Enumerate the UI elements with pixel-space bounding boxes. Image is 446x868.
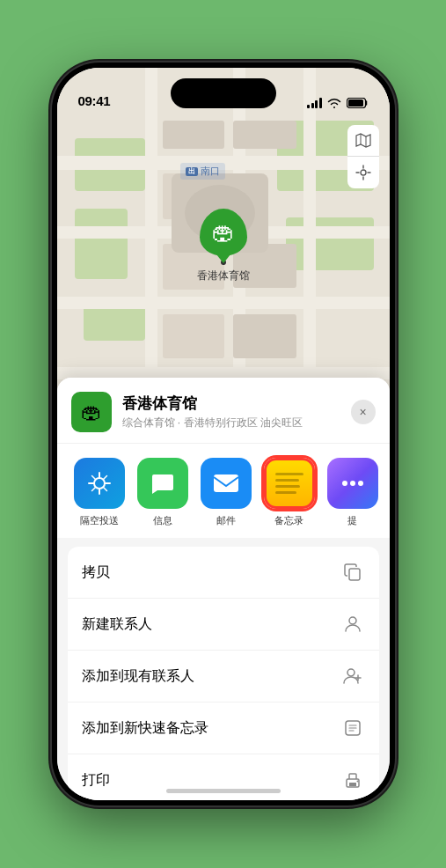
more-dots [342,481,363,486]
action-quick-note-label: 添加到新快速备忘录 [82,719,208,738]
person-icon [340,612,365,636]
venue-icon: 🏟 [71,392,112,432]
action-add-existing-contact[interactable]: 添加到现有联系人 [68,651,379,702]
notes-label: 备忘录 [274,514,303,527]
svg-point-28 [349,617,356,624]
location-button[interactable] [347,157,379,188]
venue-desc: 综合体育馆 · 香港特别行政区 油尖旺区 [122,416,340,430]
status-icons [307,98,369,108]
person-add-icon [340,664,365,688]
phone-frame: 出 南口 [52,63,395,805]
action-print-label: 打印 [82,771,110,790]
share-row: 隔空投送 信息 [57,443,390,538]
marker-label: 香港体育馆 [197,268,250,283]
notes-icon [264,458,315,509]
notes-line-4 [275,491,296,494]
action-list: 拷贝 新建联系人 [68,547,379,800]
action-copy[interactable]: 拷贝 [68,547,379,599]
action-copy-label: 拷贝 [82,563,110,582]
mail-icon [201,458,252,509]
action-new-contact[interactable]: 新建联系人 [68,599,379,651]
svg-rect-15 [233,121,296,149]
action-new-contact-label: 新建联系人 [82,615,152,634]
svg-rect-24 [348,99,363,107]
airdrop-label: 隔空投送 [80,514,119,527]
svg-rect-2 [75,209,128,279]
notes-line-3 [275,485,301,488]
svg-rect-8 [57,297,390,309]
airdrop-icon [74,458,125,509]
share-item-airdrop[interactable]: 隔空投送 [68,458,131,527]
messages-icon [137,458,188,509]
phone-screen: 出 南口 [57,68,390,800]
signal-bar-3 [315,100,318,108]
signal-bars [307,98,322,108]
action-print[interactable]: 打印 [68,754,379,800]
svg-rect-18 [163,314,224,358]
messages-label: 信息 [153,514,172,527]
status-time: 09:41 [78,93,111,108]
svg-rect-5 [286,217,374,270]
location-marker: 🏟 香港体育馆 [197,209,250,283]
nankou-label: 出 南口 [180,163,225,180]
nankou-icon: 出 [186,167,198,176]
share-item-messages[interactable]: 信息 [131,458,194,527]
svg-rect-19 [233,314,296,358]
signal-bar-1 [307,105,310,108]
venue-info: 香港体育馆 综合体育馆 · 香港特别行政区 油尖旺区 [122,394,340,430]
notes-line-1 [275,473,303,475]
map-controls [347,125,379,188]
signal-bar-4 [319,98,322,108]
notes-lines-decoration [275,469,303,497]
svg-rect-27 [349,569,360,580]
more-label: 提 [347,514,357,527]
dynamic-island [171,78,276,108]
venue-header: 🏟 香港体育馆 综合体育馆 · 香港特别行政区 油尖旺区 × [57,378,390,443]
copy-icon [340,560,365,585]
bottom-sheet: 🏟 香港体育馆 综合体育馆 · 香港特别行政区 油尖旺区 × [57,378,390,800]
map-type-button[interactable] [347,125,379,157]
action-quick-note[interactable]: 添加到新快速备忘录 [68,702,379,754]
marker-pin: 🏟 [200,209,247,256]
share-item-more[interactable]: 提 [321,458,384,527]
action-add-existing-label: 添加到现有联系人 [82,667,194,686]
svg-rect-13 [163,121,224,149]
wifi-icon [327,98,341,108]
printer-icon [340,768,365,792]
more-dot-3 [358,481,363,486]
note-icon [340,716,365,740]
share-item-mail[interactable]: 邮件 [194,458,258,527]
signal-bar-2 [311,103,314,108]
mail-label: 邮件 [216,514,236,527]
home-indicator [166,789,281,793]
venue-name: 香港体育馆 [122,394,340,414]
svg-point-29 [347,669,355,676]
svg-rect-32 [349,783,356,786]
close-button[interactable]: × [351,400,376,424]
notes-line-2 [275,479,299,482]
more-dot-2 [350,481,355,486]
battery-icon [347,98,369,108]
more-icon [327,458,378,509]
more-dot-1 [342,481,347,486]
svg-point-33 [356,781,358,783]
svg-rect-26 [214,474,238,492]
share-item-notes[interactable]: 备忘录 [258,458,321,527]
svg-point-22 [361,170,366,175]
